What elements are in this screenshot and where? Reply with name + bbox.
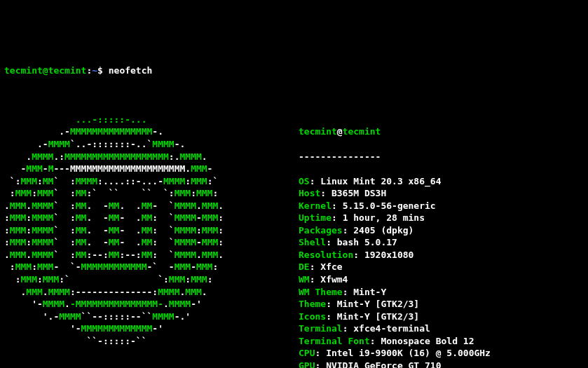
info-label: Host — [299, 188, 320, 198]
prompt-path: ~ — [92, 65, 97, 76]
logo-line: .MMMM.:MMMMMMMMMMMMMMMMMMM:.MMMM. — [4, 151, 299, 163]
at-sign: @ — [43, 65, 48, 76]
logo-line: .MMM.MMMM:--------------:MMMM.MMM. — [4, 286, 299, 299]
info-value: Mint-Y [GTK2/3] — [337, 311, 419, 322]
info-label: OS — [299, 176, 310, 186]
info-value: Intel i9-9900K (16) @ 5.000GHz — [326, 348, 491, 358]
info-value: 2405 (dpkg) — [353, 225, 413, 236]
info-label: GPU — [299, 360, 315, 368]
info-line: Shell: bash 5.0.17 — [299, 236, 584, 249]
info-line: Resolution: 1920x1080 — [299, 249, 584, 261]
info-label: Icons — [299, 311, 326, 322]
info-value: B365M DS3H — [331, 188, 386, 198]
info-line: GPU: NVIDIA GeForce GT 710 — [299, 360, 584, 368]
info-value: 5.15.0-56-generic — [343, 200, 436, 211]
info-line: CPU: Intel i9-9900K (16) @ 5.000GHz — [299, 347, 584, 360]
ascii-logo: ...-:::::-... .-MMMMMMMMMMMMMMM-. .-MMMM… — [4, 114, 299, 368]
info-label: WM Theme — [299, 287, 343, 297]
logo-line: :MMM:MMMM` :MM. -MM- .MM: `MMMM-MMM: — [4, 212, 299, 224]
logo-line: '-MMMM.-MMMMMMMMMMMMMMM-.MMMM-' — [4, 298, 299, 311]
prompt-line-1: tecmint@tecmint:~$ neofetch — [4, 64, 584, 77]
info-line: Icons: Mint-Y [GTK2/3] — [299, 311, 584, 323]
info-line: Host: B365M DS3H — [299, 187, 584, 200]
system-info: tecmint@tecmint --------------- OS: Linu… — [299, 114, 584, 368]
logo-line: .-MMMMMMMMMMMMMMM-. — [4, 125, 299, 138]
logo-line: :MMM:MMMM` :MM. -MM- .MM: `MMMM-MMM: — [4, 236, 299, 249]
logo-line: :MMM:MMMM` :MM. -MM- .MM: `MMMM:MMM: — [4, 224, 299, 237]
info-label: Resolution — [299, 250, 353, 260]
info-value: NVIDIA GeForce GT 710 — [326, 360, 441, 368]
info-value: bash 5.0.17 — [337, 237, 397, 247]
logo-line: ...-:::::-... — [4, 114, 299, 126]
logo-line: -MMM-M---MMMMMMMMMMMMMMMMMMMMM.MMM- — [4, 163, 299, 175]
info-value: 1920x1080 — [364, 250, 413, 260]
prompt-host: tecmint — [48, 65, 87, 76]
info-label: Uptime — [299, 212, 331, 223]
logo-line: ``-:::::-`` — [4, 335, 299, 348]
info-divider: --------------- — [299, 151, 584, 163]
logo-line: :MMM:MMM- `-MMMMMMMMMMMM-` -MMM-MMM: — [4, 261, 299, 273]
info-label: Theme — [299, 299, 326, 309]
info-value: Linux Mint 20.3 x86_64 — [320, 176, 441, 186]
info-line: Terminal: xfce4-terminal — [299, 322, 584, 335]
info-value: Monospace Bold 12 — [381, 336, 474, 346]
info-label: Shell — [299, 237, 326, 247]
info-line: WM: Xfwm4 — [299, 273, 584, 286]
info-label: CPU — [299, 348, 315, 358]
info-header: tecmint@tecmint — [299, 125, 584, 138]
info-line: DE: Xfce — [299, 261, 584, 273]
info-line: Uptime: 1 hour, 28 mins — [299, 212, 584, 224]
info-label: DE — [299, 261, 310, 272]
info-label: WM — [299, 274, 310, 285]
info-line: OS: Linux Mint 20.3 x86_64 — [299, 175, 584, 188]
info-value: Xfwm4 — [320, 274, 348, 285]
logo-line: '-MMMMMMMMMMMMM-' — [4, 322, 299, 335]
prompt-user: tecmint — [4, 65, 43, 76]
info-label: Terminal — [299, 323, 343, 334]
info-value: 1 hour, 28 mins — [343, 212, 425, 223]
info-line: Terminal Font: Monospace Bold 12 — [299, 335, 584, 348]
info-line: Kernel: 5.15.0-56-generic — [299, 200, 584, 212]
logo-line: :MMM:MMM` :MM:` `` `` `:MMM:MMM: — [4, 187, 299, 200]
neofetch-output: ...-:::::-... .-MMMMMMMMMMMMMMM-. .-MMMM… — [4, 114, 584, 368]
logo-line: .MMM.MMMM` :MM. -MM. .MM- `MMMM.MMM. — [4, 200, 299, 212]
info-line: Theme: Mint-Y [GTK2/3] — [299, 298, 584, 311]
info-line: WM Theme: Mint-Y — [299, 286, 584, 299]
info-value: Mint-Y — [353, 287, 386, 297]
info-label: Packages — [299, 225, 343, 236]
logo-line: :MMM:MMM:` `:MMM:MMM: — [4, 273, 299, 286]
info-line: Packages: 2405 (dpkg) — [299, 224, 584, 237]
command-neofetch: neofetch — [109, 65, 153, 76]
logo-line: '.-MMMM``--:::::--``MMMM-.' — [4, 311, 299, 323]
prompt-symbol: $ — [97, 65, 103, 76]
info-label: Terminal Font — [299, 336, 370, 346]
info-value: Xfce — [320, 261, 342, 272]
logo-line: .-MMMM`..-:::::::-..`MMMM-. — [4, 138, 299, 151]
info-value: xfce4-terminal — [353, 323, 430, 334]
info-value: Mint-Y [GTK2/3] — [337, 299, 419, 309]
logo-line: .MMM.MMMM` :MM:--:MM:--:MM: `MMMM.MMM. — [4, 249, 299, 261]
info-label: Kernel — [299, 200, 331, 211]
logo-line: `:MMM:MM` :MMMM:....::-...-MMMM:MMM:` — [4, 175, 299, 188]
